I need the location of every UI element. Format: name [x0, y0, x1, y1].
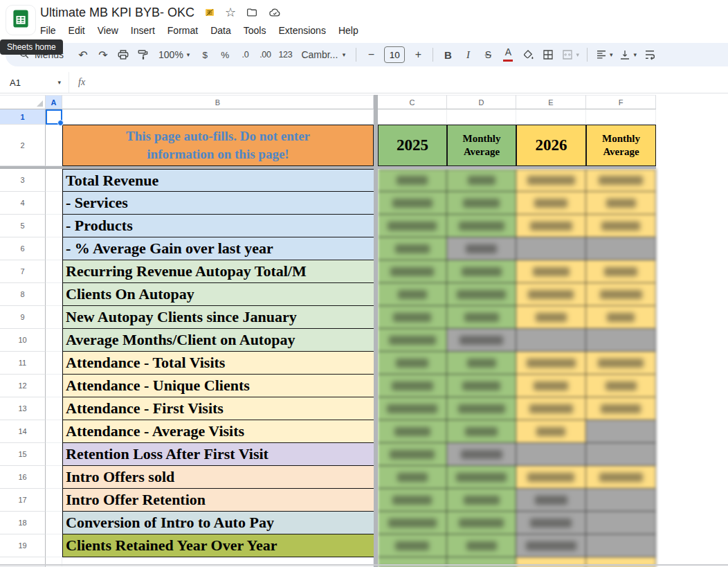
row-header-18[interactable]: 18	[0, 512, 46, 534]
increase-decimal-button[interactable]: .00	[256, 45, 274, 64]
cell-F9[interactable]	[586, 306, 656, 329]
row-header-15[interactable]: 15	[0, 443, 46, 466]
cell-B11[interactable]: Attendance - Total Visits	[62, 352, 374, 375]
row-header-8[interactable]: 8	[0, 283, 46, 306]
cell-A4[interactable]	[46, 192, 62, 215]
cell-D14[interactable]	[447, 420, 516, 443]
strikethrough-button[interactable]: S	[479, 45, 497, 64]
cell-C3[interactable]	[378, 169, 447, 192]
cell-E16[interactable]	[516, 466, 586, 489]
cell-A12[interactable]	[46, 375, 62, 397]
cell-F17[interactable]	[586, 489, 656, 512]
text-color-button[interactable]: A	[499, 45, 517, 64]
row-header-7[interactable]: 7	[0, 260, 46, 283]
row-header-3[interactable]: 3	[0, 169, 46, 192]
cell-C11[interactable]	[378, 352, 447, 375]
cell-C7[interactable]	[378, 260, 447, 283]
cell-B1[interactable]	[62, 109, 374, 125]
cell-D4[interactable]	[447, 192, 516, 215]
select-all-corner[interactable]	[0, 95, 46, 109]
cell-F19[interactable]	[586, 534, 656, 557]
fill-handle[interactable]	[57, 120, 64, 126]
horizontal-align-button[interactable]: ▾	[593, 45, 615, 64]
cell-D15[interactable]	[447, 443, 516, 466]
column-header-C[interactable]: C	[378, 95, 447, 109]
redo-button[interactable]: ↷	[94, 45, 112, 64]
cell-F15[interactable]	[586, 443, 656, 466]
cell-D9[interactable]	[447, 306, 516, 329]
cell-C13[interactable]	[378, 397, 447, 420]
document-title[interactable]: Ultimate MB KPI BYB- OKC	[40, 6, 194, 20]
column-header-E[interactable]: E	[516, 95, 586, 109]
cell-A10[interactable]	[46, 329, 62, 352]
cell-F3[interactable]	[586, 169, 656, 192]
cell-E9[interactable]	[516, 306, 586, 329]
cell-B19[interactable]: Clients Retained Year Over Year	[62, 534, 374, 557]
cell-B8[interactable]: Clients On Autopay	[62, 283, 374, 306]
cell-E6[interactable]	[516, 237, 586, 260]
cell-E19[interactable]	[516, 534, 586, 557]
row-header-11[interactable]: 11	[0, 352, 46, 375]
cell-A19[interactable]	[46, 534, 62, 557]
cell-F16[interactable]	[586, 466, 656, 489]
cell-B6[interactable]: - % Average Gain over last year	[62, 237, 374, 260]
column-header-F[interactable]: F	[586, 95, 656, 109]
cell-B13[interactable]: Attendance - First Visits	[62, 397, 374, 420]
cell-D2[interactable]: Monthly Average	[447, 125, 516, 166]
cell-F8[interactable]	[586, 283, 656, 306]
cell-F11[interactable]	[586, 352, 656, 375]
cell-D18[interactable]	[447, 512, 516, 534]
cell-E2[interactable]: 2026	[516, 125, 586, 166]
cell-E3[interactable]	[516, 169, 586, 192]
text-wrap-button[interactable]	[641, 45, 659, 64]
cell-D13[interactable]	[447, 397, 516, 420]
font-size-input[interactable]: 10	[384, 46, 405, 63]
cell-F13[interactable]	[586, 397, 656, 420]
active-cell-A1[interactable]	[46, 109, 62, 125]
cell-F4[interactable]	[586, 192, 656, 215]
cell-F7[interactable]	[586, 260, 656, 283]
cell-B10[interactable]: Average Months/Client on Autopay	[62, 329, 374, 352]
increase-font-size-button[interactable]: +	[409, 45, 427, 64]
more-formats-button[interactable]: 123	[276, 45, 294, 64]
cell-E5[interactable]	[516, 215, 586, 237]
bold-button[interactable]: B	[439, 45, 457, 64]
cell-F6[interactable]	[586, 237, 656, 260]
menu-format[interactable]: Format	[161, 23, 204, 38]
cell-C15[interactable]	[378, 443, 447, 466]
cell-C5[interactable]	[378, 215, 447, 237]
cell-E14[interactable]	[516, 420, 586, 443]
row-header-9[interactable]: 9	[0, 306, 46, 329]
decrease-font-size-button[interactable]: −	[362, 45, 380, 64]
cell-D7[interactable]	[447, 260, 516, 283]
cell-B15[interactable]: Retention Loss After First Visit	[62, 443, 374, 466]
row-header-4[interactable]: 4	[0, 192, 46, 215]
row-header-6[interactable]: 6	[0, 237, 46, 260]
menu-file[interactable]: File	[34, 23, 62, 38]
vertical-align-button[interactable]: ▾	[617, 45, 639, 64]
cell-C12[interactable]	[378, 375, 447, 397]
cell-A18[interactable]	[46, 512, 62, 534]
menu-extensions[interactable]: Extensions	[272, 23, 331, 38]
menu-data[interactable]: Data	[204, 23, 237, 38]
cell-A3[interactable]	[46, 169, 62, 192]
cell-E1[interactable]	[516, 109, 586, 125]
cell-D6[interactable]	[447, 237, 516, 260]
document-status-button[interactable]	[268, 6, 282, 19]
cell-A6[interactable]	[46, 237, 62, 260]
cell-D16[interactable]	[447, 466, 516, 489]
cell-D17[interactable]	[447, 489, 516, 512]
cell-F10[interactable]	[586, 329, 656, 352]
cell-B4[interactable]: - Services	[62, 192, 374, 215]
cell-B9[interactable]: New Autopay Clients since January	[62, 306, 374, 329]
paint-format-button[interactable]	[134, 45, 152, 64]
cell-C4[interactable]	[378, 192, 447, 215]
cell-E11[interactable]	[516, 352, 586, 375]
menu-edit[interactable]: Edit	[62, 23, 91, 38]
row-header-5[interactable]: 5	[0, 215, 46, 237]
cell-B17[interactable]: Intro Offer Retention	[62, 489, 374, 512]
merge-cells-button[interactable]: ▾	[559, 45, 581, 64]
cell-F2[interactable]: Monthly Average	[586, 125, 656, 166]
row-header-12[interactable]: 12	[0, 375, 46, 397]
borders-button[interactable]	[539, 45, 557, 64]
